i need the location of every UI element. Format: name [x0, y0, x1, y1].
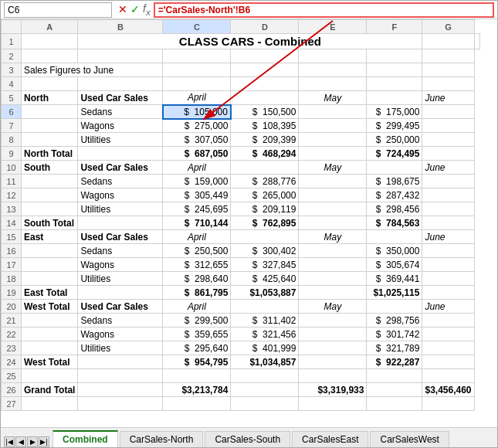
- cell-d5[interactable]: [231, 91, 299, 105]
- cell-a18[interactable]: [22, 272, 78, 286]
- col-header-b[interactable]: B: [78, 20, 163, 34]
- cell-b14[interactable]: [78, 216, 163, 230]
- cell-b2[interactable]: [78, 49, 163, 63]
- cell-a4[interactable]: [22, 77, 78, 91]
- formula-input[interactable]: ='CarSales-North'!B6: [154, 2, 494, 18]
- cell-g27[interactable]: [422, 397, 474, 411]
- cell-g26[interactable]: $3,456,460: [422, 383, 474, 397]
- cell-c12[interactable]: $ 305,449: [163, 188, 231, 202]
- cell-f12[interactable]: $ 287,432: [367, 188, 422, 202]
- cell-a15[interactable]: East: [22, 230, 78, 244]
- cell-c2[interactable]: [163, 49, 231, 63]
- cell-g6[interactable]: [422, 105, 474, 119]
- cell-d6[interactable]: $ 150,500: [231, 105, 299, 119]
- cell-f11[interactable]: $ 198,675: [367, 175, 422, 188]
- cell-d7[interactable]: $ 108,395: [231, 119, 299, 133]
- cell-a11[interactable]: [22, 175, 78, 188]
- cell-f5[interactable]: [367, 91, 422, 105]
- cell-a3[interactable]: Sales Figures to June: [22, 63, 163, 77]
- cell-f26[interactable]: [367, 383, 422, 397]
- cell-c4[interactable]: [163, 77, 231, 91]
- cell-g3[interactable]: [422, 63, 474, 77]
- cell-d14[interactable]: $ 762,895: [231, 216, 299, 230]
- cell-d22[interactable]: $ 321,456: [231, 328, 299, 341]
- cell-f19[interactable]: $1,025,115: [367, 286, 422, 300]
- tab-carsales-north[interactable]: CarSales-North: [120, 431, 204, 447]
- cell-g11[interactable]: [422, 175, 474, 188]
- cell-b7[interactable]: Wagons: [78, 119, 163, 133]
- cell-b26[interactable]: [78, 383, 163, 397]
- cell-f2[interactable]: [367, 49, 422, 63]
- tab-scroll-first[interactable]: |◀: [4, 436, 15, 447]
- cell-f16[interactable]: $ 350,000: [367, 244, 422, 258]
- cell-c9[interactable]: $ 687,050: [163, 147, 231, 161]
- cell-e17[interactable]: [299, 258, 367, 272]
- cell-a2[interactable]: [22, 49, 78, 63]
- cell-b19[interactable]: [78, 286, 163, 300]
- cell-d21[interactable]: $ 311,402: [231, 314, 299, 328]
- cell-f22[interactable]: $ 301,742: [367, 328, 422, 341]
- cell-e24[interactable]: [299, 355, 367, 369]
- tab-carsaleswest[interactable]: CarSalesWest: [370, 431, 449, 447]
- cell-d12[interactable]: $ 265,000: [231, 188, 299, 202]
- cell-b21[interactable]: Sedans: [78, 314, 163, 328]
- cell-b20[interactable]: Used Car Sales: [78, 300, 163, 314]
- cell-e19[interactable]: [299, 286, 367, 300]
- col-header-g[interactable]: G: [422, 20, 474, 34]
- cell-a22[interactable]: [22, 328, 78, 341]
- cell-b5[interactable]: Used Car Sales: [78, 91, 163, 105]
- cell-d3[interactable]: [231, 63, 299, 77]
- cell-g13[interactable]: [422, 202, 474, 216]
- cell-e25[interactable]: [299, 369, 367, 383]
- cell-c14[interactable]: $ 710,144: [163, 216, 231, 230]
- cell-c20[interactable]: April: [163, 300, 231, 314]
- col-header-a[interactable]: A: [22, 20, 78, 34]
- cell-d25[interactable]: [231, 369, 299, 383]
- cell-f27[interactable]: [367, 397, 422, 411]
- cell-b18[interactable]: Utilities: [78, 272, 163, 286]
- cell-b24[interactable]: [78, 355, 163, 369]
- cell-c24[interactable]: $ 954,795: [163, 355, 231, 369]
- cell-b6[interactable]: Sedans: [78, 105, 163, 119]
- cell-e9[interactable]: [299, 147, 367, 161]
- cell-g17[interactable]: [422, 258, 474, 272]
- cell-e18[interactable]: [299, 272, 367, 286]
- cell-c16[interactable]: $ 250,500: [163, 244, 231, 258]
- cell-title[interactable]: CLASS CARS - Combined: [78, 34, 422, 49]
- cell-f6[interactable]: $ 175,000: [367, 105, 422, 119]
- cell-a13[interactable]: [22, 202, 78, 216]
- cell-e8[interactable]: [299, 133, 367, 147]
- cell-e23[interactable]: [299, 341, 367, 355]
- cell-c3[interactable]: [163, 63, 231, 77]
- cell-d27[interactable]: [231, 397, 299, 411]
- cell-c6[interactable]: $ 105,000: [163, 105, 231, 119]
- cell-d18[interactable]: $ 425,640: [231, 272, 299, 286]
- cell-c5[interactable]: April: [163, 91, 231, 105]
- cell-c11[interactable]: $ 159,000: [163, 175, 231, 188]
- cell-b16[interactable]: Sedans: [78, 244, 163, 258]
- cell-d4[interactable]: [231, 77, 299, 91]
- cell-e26[interactable]: $3,319,933: [299, 383, 367, 397]
- cell-c19[interactable]: $ 861,795: [163, 286, 231, 300]
- cell-e12[interactable]: [299, 188, 367, 202]
- cell-a12[interactable]: [22, 188, 78, 202]
- cell-f21[interactable]: $ 298,756: [367, 314, 422, 328]
- cell-c18[interactable]: $ 298,640: [163, 272, 231, 286]
- cell-c7[interactable]: $ 275,000: [163, 119, 231, 133]
- cell-f8[interactable]: $ 250,000: [367, 133, 422, 147]
- cell-e14[interactable]: [299, 216, 367, 230]
- cell-d15[interactable]: [231, 230, 299, 244]
- cell-a23[interactable]: [22, 341, 78, 355]
- cell-b17[interactable]: Wagons: [78, 258, 163, 272]
- cell-g19[interactable]: [422, 286, 474, 300]
- cell-c23[interactable]: $ 295,640: [163, 341, 231, 355]
- cell-g14[interactable]: [422, 216, 474, 230]
- cell-d19[interactable]: $1,053,887: [231, 286, 299, 300]
- cell-b8[interactable]: Utilities: [78, 133, 163, 147]
- cell-a14[interactable]: South Total: [22, 216, 78, 230]
- tab-scroll-prev[interactable]: ◀: [15, 436, 26, 447]
- cell-a9[interactable]: North Total: [22, 147, 78, 161]
- cell-f4[interactable]: [367, 77, 422, 91]
- cell-g9[interactable]: [422, 147, 474, 161]
- cell-g15[interactable]: June: [422, 230, 474, 244]
